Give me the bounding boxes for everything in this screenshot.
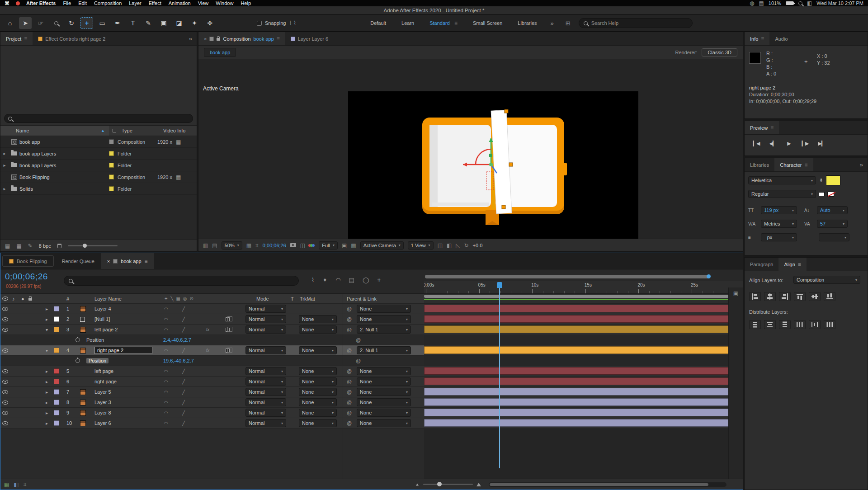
distribute-bottom-button[interactable] (779, 320, 791, 329)
parent-pickwhip-icon[interactable]: @ (347, 408, 352, 418)
layer-expand-toggle[interactable]: ▸ (46, 304, 48, 314)
layer-name[interactable]: right page 2 (94, 345, 152, 355)
tab-composition-book-app[interactable]: × Composition book app ≡ (198, 32, 285, 45)
align-vertical-center-button[interactable] (809, 292, 821, 301)
work-area-bar[interactable] (424, 295, 730, 298)
layer-duration-bar[interactable] (424, 398, 730, 406)
column-parent-link[interactable]: Parent & Link (347, 294, 377, 303)
puppet-pin-tool-icon[interactable]: ✜ (203, 17, 216, 29)
align-left-button[interactable] (749, 292, 761, 301)
quality-switch[interactable]: ╱ (182, 304, 185, 314)
current-time-indicator[interactable] (499, 282, 500, 468)
clone-stamp-tool-icon[interactable]: ▣ (157, 17, 170, 29)
blend-mode-select[interactable]: Normal▾ (245, 409, 286, 417)
layer-expand-toggle[interactable]: ▸ (46, 397, 48, 407)
shy-switch[interactable]: ◠ (164, 387, 168, 397)
label-chip[interactable] (54, 368, 59, 374)
pixel-aspect-icon[interactable]: ◫ (438, 242, 443, 249)
layer-name[interactable]: Layer 8 (94, 408, 111, 418)
parent-pickwhip-icon[interactable]: @ (347, 304, 352, 314)
menu-help[interactable]: Help (241, 0, 251, 6)
comp-breadcrumb-book-app[interactable]: book app (204, 48, 236, 57)
region-of-interest-icon[interactable]: ▣ (342, 242, 347, 249)
menu-layer[interactable]: Layer (129, 0, 142, 6)
tracking-select[interactable]: 57▾ (817, 220, 848, 228)
layer-row[interactable]: ▸ 10 Layer 6 ◠ ╱ Normal▾ None▾ @ None▾ (0, 418, 743, 429)
control-center-icon[interactable]: ◧ (807, 0, 812, 6)
label-chip[interactable] (54, 348, 59, 353)
thumbnail-size-slider[interactable] (68, 245, 118, 246)
workspace-small-screen[interactable]: Small Screen (473, 20, 502, 26)
layer-expand-toggle[interactable]: ▸ (46, 377, 48, 386)
menu-effect[interactable]: Effect (149, 0, 161, 6)
panel-menu-icon[interactable]: ≡ (145, 258, 148, 264)
column-header-video-info[interactable]: Video Info (163, 128, 185, 133)
stroke-color-swatch[interactable] (819, 192, 825, 196)
distribute-right-button[interactable] (824, 320, 835, 329)
display-icon[interactable]: ▤ (759, 0, 764, 6)
shy-switch[interactable]: ◠ (164, 345, 168, 355)
shy-switch[interactable]: ◠ (164, 366, 168, 376)
visibility-toggle[interactable] (2, 328, 8, 332)
tab-info[interactable]: Info≡ (745, 32, 769, 45)
parent-select[interactable]: None▾ (357, 419, 411, 427)
layer-row[interactable]: ▸ 2 [Null 1] ◠ ╱ Normal▾ None▾ @ None▾ (0, 314, 743, 325)
renderer-button[interactable]: Classic 3D (702, 48, 737, 57)
workspace-libraries[interactable]: Libraries (518, 20, 537, 26)
parent-select[interactable]: None▾ (357, 305, 411, 313)
composition-canvas[interactable] (348, 91, 638, 239)
property-pickwhip-icon[interactable]: @ (356, 335, 361, 345)
shape-tool-icon[interactable]: ▭ (96, 17, 108, 29)
menu-animation[interactable]: Animation (169, 0, 191, 6)
visibility-toggle[interactable] (2, 307, 8, 311)
layer-duration-bar[interactable] (424, 409, 730, 416)
layer-row[interactable]: ▸ 7 Layer 5 ◠ ╱ Normal▾ None▾ @ None▾ (0, 387, 743, 397)
visibility-toggle[interactable] (2, 400, 8, 405)
menu-window[interactable]: Window (216, 0, 233, 6)
blend-mode-select[interactable]: Normal▾ (245, 388, 286, 396)
visibility-toggle[interactable] (2, 349, 8, 353)
layer-expand-toggle[interactable]: ▸ (46, 387, 48, 397)
menubar-clock[interactable]: Wed Mar 10 2:07 PM (816, 0, 863, 6)
column-trkmat[interactable]: TrkMat (300, 294, 315, 303)
camera-select[interactable]: Active Camera▾ (360, 241, 404, 250)
layer-duration-bar[interactable] (424, 419, 730, 427)
blend-mode-select[interactable]: Normal▾ (245, 367, 286, 375)
label-chip[interactable] (109, 163, 114, 168)
grid-options-icon[interactable]: ▦ (246, 242, 251, 249)
distribute-horizontal-center-button[interactable] (809, 320, 821, 329)
visibility-toggle[interactable] (2, 380, 8, 384)
timeline-search-input[interactable] (64, 276, 299, 286)
disclosure-icon[interactable]: ▸ (0, 186, 9, 191)
layer-row[interactable]: ▸ 5 left page ◠ ╱ Normal▾ None▾ @ None▾ (0, 366, 743, 377)
leading-select[interactable]: Auto▾ (817, 206, 848, 214)
blend-mode-select[interactable]: Normal▾ (245, 325, 286, 334)
item-name[interactable]: book app Layers (19, 163, 109, 168)
blend-mode-select[interactable]: Normal▾ (245, 419, 286, 427)
camera-tool-icon[interactable]: + (80, 17, 93, 29)
font-family-select[interactable]: Helvetica▾ (748, 176, 816, 184)
fill-color-swatch[interactable] (826, 175, 840, 185)
layer-expand-toggle[interactable]: ▸ (46, 314, 48, 324)
close-tab-icon[interactable]: × (107, 259, 110, 264)
project-panel-overflow-button[interactable]: » (184, 35, 197, 42)
label-chip[interactable] (54, 327, 59, 332)
3d-layer-switch[interactable] (226, 317, 230, 321)
quality-switch[interactable]: ╱ (182, 377, 185, 386)
expand-transfer-controls-icon[interactable]: ◧ (14, 481, 19, 488)
property-pickwhip-icon[interactable]: @ (356, 356, 361, 366)
layer-expand-toggle[interactable]: ▾ (46, 325, 48, 335)
panel-menu-icon[interactable]: ≡ (277, 36, 280, 42)
tab-project[interactable]: Project≡ (0, 32, 33, 45)
parent-select[interactable]: 2. Null 1▾ (357, 325, 411, 334)
parent-pickwhip-icon[interactable]: @ (347, 418, 352, 428)
fx-switch[interactable]: fx (206, 325, 209, 335)
parent-pickwhip-icon[interactable]: @ (347, 397, 352, 407)
audio-icon[interactable]: ◍ (750, 0, 754, 6)
comp-marker-bin-icon[interactable]: ▣ (733, 290, 738, 297)
quality-switch[interactable]: ╱ (182, 314, 185, 324)
trkmat-select[interactable]: None▾ (299, 377, 337, 386)
quality-switch[interactable]: ╱ (182, 408, 185, 418)
workspace-menu-icon[interactable]: ≡ (454, 20, 458, 26)
layer-name[interactable]: right page (94, 377, 117, 386)
